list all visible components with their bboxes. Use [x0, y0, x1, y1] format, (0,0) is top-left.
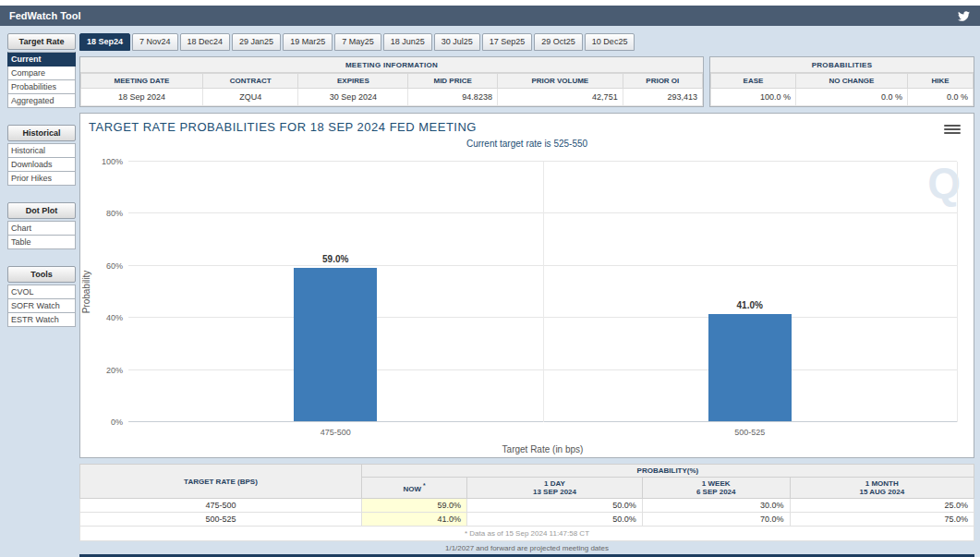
gridline: [957, 162, 958, 422]
sidebar-item-probabilities[interactable]: Probabilities: [7, 80, 76, 94]
col-header-1-day: 1 DAY13 SEP 2024: [467, 478, 643, 499]
tab-17-sep25[interactable]: 17 Sep25: [482, 33, 533, 51]
probabilities-title: PROBABILITIES: [710, 57, 974, 73]
value-cell: 293,413: [623, 89, 702, 106]
tab-29-jan25[interactable]: 29 Jan25: [232, 33, 281, 51]
gridline: [543, 162, 544, 422]
footnote-row: * Data as of 15 Sep 2024 11:47:58 CT: [80, 527, 974, 541]
table-footnote: * Data as of 15 Sep 2024 11:47:58 CT: [80, 527, 974, 541]
value-cell: 94.8238: [408, 89, 498, 106]
tab-7-nov24[interactable]: 7 Nov24: [132, 33, 178, 51]
sidebar-item-table[interactable]: Table: [7, 236, 76, 249]
sidebar-section-items: CurrentCompareProbabilitiesAggregated: [7, 52, 76, 108]
chart-bar-500-525[interactable]: [708, 314, 792, 421]
main-content: 18 Sep247 Nov2418 Dec2429 Jan2519 Mar257…: [79, 33, 974, 557]
col-header-now: NOW *: [361, 478, 466, 499]
value-row: 18 Sep 2024ZQU430 Sep 202494.823842,7512…: [81, 89, 703, 106]
app-header: FedWatch Tool: [0, 6, 980, 26]
twitter-icon[interactable]: [957, 10, 971, 22]
col-header-mid-price: MID PRICE: [408, 74, 498, 89]
tab-19-mar25[interactable]: 19 Mar25: [283, 33, 333, 51]
sidebar-item-chart[interactable]: Chart: [7, 221, 76, 236]
sidebar-item-current[interactable]: Current: [7, 52, 76, 67]
info-row: MEETING INFORMATION MEETING DATECONTRACT…: [79, 56, 974, 107]
sidebar-section-dot-plot[interactable]: Dot Plot: [7, 202, 76, 219]
meeting-info-title: MEETING INFORMATION: [80, 57, 703, 73]
probability-cell: 50.0%: [467, 499, 643, 513]
sidebar-section-tools[interactable]: Tools: [7, 266, 76, 283]
chart-menu-icon[interactable]: [944, 123, 961, 136]
sidebar-item-downloads[interactable]: Downloads: [7, 158, 76, 172]
app-title: FedWatch Tool: [9, 10, 81, 21]
menu-bar: [944, 125, 961, 127]
sidebar-section-items: HistoricalDownloadsPrior Hikes: [7, 143, 76, 186]
rate-cell: 500-525: [80, 513, 362, 527]
value-cell: 100.0 %: [711, 89, 796, 106]
sidebar-item-prior-hikes[interactable]: Prior Hikes: [7, 172, 76, 186]
body-area: Target RateCurrentCompareProbabilitiesAg…: [0, 26, 980, 557]
probability-cell: 70.0%: [642, 513, 790, 527]
rate-cell: 475-500: [80, 499, 362, 513]
probabilities-panel: PROBABILITIES EASENO CHANGEHIKE100.0 %0.…: [709, 56, 974, 107]
col-header-prior-oi: PRIOR OI: [623, 74, 702, 89]
bar-value-label: 41.0%: [708, 300, 792, 310]
col-header-meeting-date: MEETING DATE: [81, 74, 203, 89]
sidebar-section-items: CVOLSOFR WatchESTR Watch: [7, 285, 76, 327]
sidebar-item-cvol[interactable]: CVOL: [7, 285, 76, 299]
col-header-expires: EXPIRES: [298, 74, 408, 89]
col-header-ease: EASE: [711, 74, 796, 89]
projection-note: 1/1/2027 and forward are projected meeti…: [79, 544, 974, 552]
tab-18-dec24[interactable]: 18 Dec24: [180, 33, 231, 51]
sidebar-item-compare[interactable]: Compare: [7, 67, 76, 80]
value-cell: 0.0 %: [907, 89, 973, 106]
col-header-target-rate: TARGET RATE (BPS): [80, 465, 362, 499]
chart-plot-area: Probability Target Rate (in bps) 0%20%40…: [128, 162, 957, 422]
tab-7-may25[interactable]: 7 May25: [334, 33, 381, 51]
tab-30-jul25[interactable]: 30 Jul25: [434, 33, 480, 51]
fedwatch-page: FedWatch Tool Target RateCurrentCompareP…: [0, 0, 980, 557]
chart-bar-475-500[interactable]: [294, 268, 377, 421]
col-header-contract: CONTRACT: [203, 74, 298, 89]
meeting-info-table: MEETING DATECONTRACTEXPIRESMID PRICEPRIO…: [80, 73, 703, 106]
y-axis-label: Probability: [81, 235, 96, 349]
y-tick-label: 20%: [86, 366, 123, 375]
tab-18-jun25[interactable]: 18 Jun25: [383, 33, 432, 51]
probability-cell: 30.0%: [642, 499, 790, 513]
sidebar-item-historical[interactable]: Historical: [7, 143, 76, 158]
sidebar-item-aggregated[interactable]: Aggregated: [7, 94, 76, 108]
value-row: 100.0 %0.0 %0.0 %: [711, 89, 974, 106]
value-cell: 18 Sep 2024: [81, 89, 203, 106]
now-probability-cell: 59.0%: [361, 499, 466, 513]
probabilities-summary-table: EASENO CHANGEHIKE100.0 %0.0 %0.0 %: [710, 73, 974, 106]
probability-cell: 50.0%: [467, 513, 643, 527]
table-row: 475-50059.0%50.0%30.0%25.0%: [80, 499, 974, 513]
sidebar: Target RateCurrentCompareProbabilitiesAg…: [7, 33, 76, 344]
tab-29-oct25[interactable]: 29 Oct25: [534, 33, 583, 51]
table-row: 500-52541.0%50.0%70.0%75.0%: [80, 513, 974, 527]
value-cell: ZQU4: [203, 89, 298, 106]
sidebar-section-historical[interactable]: Historical: [7, 125, 76, 141]
bar-value-label: 59.0%: [294, 254, 377, 264]
value-cell: 42,751: [497, 89, 623, 106]
col-header-probability-group: PROBABILITY(%): [361, 465, 974, 478]
x-tick-label: 475-500: [294, 428, 377, 437]
menu-bar: [944, 132, 961, 134]
chart-panel: TARGET RATE PROBABILITIES FOR 18 SEP 202…: [79, 113, 974, 458]
now-probability-cell: 41.0%: [361, 513, 466, 527]
tab-10-dec25[interactable]: 10 Dec25: [585, 33, 635, 51]
y-tick-label: 0%: [86, 418, 123, 427]
tab-18-sep24[interactable]: 18 Sep24: [79, 33, 130, 51]
probability-cell: 75.0%: [790, 513, 974, 527]
x-tick-label: 500-525: [708, 428, 792, 437]
menu-bar: [944, 128, 961, 130]
sidebar-section-target-rate[interactable]: Target Rate: [7, 33, 76, 50]
sidebar-item-estr-watch[interactable]: ESTR Watch: [7, 313, 76, 327]
col-header-prior-volume: PRIOR VOLUME: [497, 74, 623, 89]
sidebar-item-sofr-watch[interactable]: SOFR Watch: [7, 299, 76, 313]
y-tick-label: 80%: [86, 209, 123, 218]
col-header-hike: HIKE: [907, 74, 973, 89]
header-row: EASENO CHANGEHIKE: [711, 74, 974, 89]
probability-history-table: TARGET RATE (BPS)PROBABILITY(%)NOW *1 DA…: [79, 464, 974, 541]
value-cell: 30 Sep 2024: [298, 89, 408, 106]
chart-title: TARGET RATE PROBABILITIES FOR 18 SEP 202…: [89, 120, 477, 134]
